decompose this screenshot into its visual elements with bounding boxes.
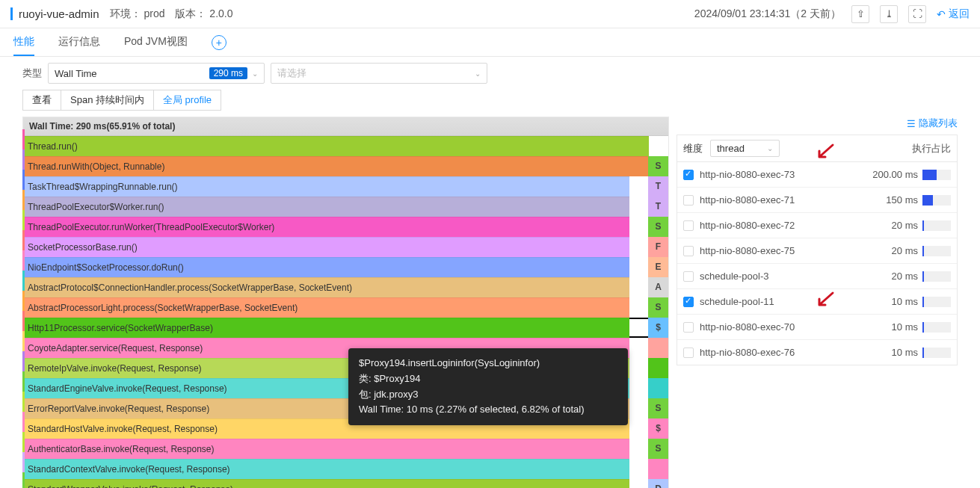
flame-row[interactable]: AuthenticatorBase.invoke(Request, Respon…	[23, 439, 668, 459]
download-icon[interactable]: ⤓	[880, 5, 898, 23]
thread-ms: 10 ms	[864, 347, 918, 358]
fullscreen-icon[interactable]: ⛶	[908, 5, 926, 23]
flame-row[interactable]: ThreadPoolExecutor$Worker.run()T	[23, 197, 668, 217]
flame-segment[interactable]: Thread.run()	[23, 136, 649, 156]
flame-row[interactable]: Http11Processor.service(SocketWrapperBas…	[23, 318, 668, 338]
list-icon: ☰	[907, 118, 916, 129]
type-select[interactable]: Wall Time 290 ms ⌄	[48, 63, 265, 84]
flame-tag: A	[648, 277, 668, 297]
flame-segment[interactable]: AbstractProcessorLight.process(SocketWra…	[23, 297, 629, 318]
thread-item[interactable]: http-nio-8080-exec-71150 ms	[677, 188, 957, 213]
checkbox[interactable]	[683, 246, 694, 256]
exec-bar	[922, 246, 951, 256]
flame-tag	[648, 338, 668, 358]
flame-row[interactable]: StandardWrapperValve.invoke(Request, Res…	[23, 479, 668, 488]
share-icon[interactable]: ⇧	[851, 5, 869, 23]
flame-tag: E	[648, 257, 668, 277]
thread-item[interactable]: http-nio-8080-exec-73200.00 ms	[677, 162, 957, 188]
flame-tag: S	[648, 156, 668, 176]
hide-columns-link[interactable]: ☰隐藏列表	[907, 117, 958, 130]
thread-name: http-nio-8080-exec-71	[700, 194, 864, 206]
flame-tag: T	[648, 176, 668, 197]
flame-segment[interactable]: NioEndpoint$SocketProcessor.doRun()	[23, 257, 629, 277]
flame-row[interactable]: Thread.runWith(Object, Runnable)S	[23, 156, 668, 176]
flame-tooltip: $Proxy194.insertLogininfor(SysLogininfor…	[348, 348, 628, 425]
flame-row[interactable]: NioEndpoint$SocketProcessor.doRun()E	[23, 257, 668, 277]
thread-ms: 200.00 ms	[864, 169, 918, 180]
flame-segment[interactable]: AbstractProtocol$ConnectionHandler.proce…	[23, 277, 629, 297]
exec-bar	[922, 220, 951, 231]
exec-bar	[922, 322, 951, 333]
flame-tag: S	[648, 398, 668, 418]
flame-row[interactable]: AbstractProtocol$ConnectionHandler.proce…	[23, 277, 668, 297]
thread-item[interactable]: http-nio-8080-exec-7520 ms	[677, 238, 957, 264]
flame-graph[interactable]: Wall Time: 290 ms(65.91% of total) Threa…	[22, 117, 669, 488]
thread-ms: 20 ms	[864, 245, 918, 256]
flame-segment[interactable]: Http11Processor.service(SocketWrapperBas…	[23, 318, 629, 338]
flame-segment[interactable]: TaskThread$WrappingRunnable.run()	[23, 176, 629, 197]
chevron-down-icon: ⌄	[252, 70, 258, 78]
flame-segment[interactable]: AuthenticatorBase.invoke(Request, Respon…	[23, 439, 629, 459]
tab-performance[interactable]: 性能	[13, 28, 34, 56]
thread-ms: 10 ms	[864, 296, 918, 307]
flame-segment[interactable]: ThreadPoolExecutor.runWorker(ThreadPoolE…	[23, 217, 629, 237]
exec-bar	[922, 271, 951, 282]
flame-segment[interactable]: ThreadPoolExecutor$Worker.run()	[23, 197, 629, 217]
flame-tag	[648, 378, 668, 398]
flame-row[interactable]: SocketProcessorBase.run()F	[23, 237, 668, 257]
view-button[interactable]: 查看	[22, 90, 61, 111]
thread-name: schedule-pool-3	[700, 271, 864, 282]
flame-row[interactable]: Thread.run()	[23, 136, 668, 156]
flame-segment[interactable]: StandardContextValve.invoke(Request, Res…	[23, 459, 629, 479]
arrow-annotation-icon	[815, 142, 836, 163]
back-link[interactable]: ↶返回	[937, 7, 970, 21]
flame-tag: S	[648, 297, 668, 318]
thread-item[interactable]: http-nio-8080-exec-7010 ms	[677, 315, 957, 340]
checkbox[interactable]	[683, 271, 694, 282]
checkbox[interactable]	[683, 220, 694, 231]
tab-pod-jvm[interactable]: Pod JVM视图	[124, 28, 188, 56]
checkbox[interactable]	[683, 170, 694, 180]
flame-row[interactable]: StandardContextValve.invoke(Request, Res…	[23, 459, 668, 479]
flame-segment[interactable]: StandardWrapperValve.invoke(Request, Res…	[23, 479, 629, 488]
add-tab-button[interactable]: +	[212, 35, 226, 50]
thread-item[interactable]: http-nio-8080-exec-7610 ms	[677, 340, 957, 365]
exec-bar	[922, 348, 951, 358]
thread-name: http-nio-8080-exec-75	[700, 245, 864, 256]
thread-name: schedule-pool-11	[700, 296, 864, 307]
chevron-down-icon: ⌄	[767, 144, 773, 152]
dimension-select[interactable]: thread ⌄	[710, 140, 780, 157]
flame-tag	[648, 358, 668, 378]
type-label: 类型	[22, 67, 42, 80]
thread-item[interactable]: http-nio-8080-exec-7220 ms	[677, 213, 957, 238]
flame-tag: $	[648, 418, 668, 439]
flame-row[interactable]: ThreadPoolExecutor.runWorker(ThreadPoolE…	[23, 217, 668, 237]
span-button[interactable]: Span 持续时间内	[61, 90, 154, 111]
thread-item[interactable]: schedule-pool-320 ms	[677, 264, 957, 289]
exec-bar	[922, 297, 951, 307]
global-profile-button[interactable]: 全局 profile	[154, 90, 221, 111]
arrow-annotation-icon	[815, 290, 836, 311]
thread-name: http-nio-8080-exec-70	[700, 321, 864, 333]
flame-header: Wall Time: 290 ms(65.91% of total)	[23, 117, 668, 136]
thread-list: http-nio-8080-exec-73200.00 mshttp-nio-8…	[677, 161, 958, 365]
checkbox[interactable]	[683, 297, 694, 307]
tab-runtime-info[interactable]: 运行信息	[58, 28, 100, 56]
checkbox[interactable]	[683, 322, 694, 333]
checkbox[interactable]	[683, 195, 694, 206]
flame-row[interactable]: AbstractProcessorLight.process(SocketWra…	[23, 297, 668, 318]
filter-select[interactable]: 请选择 ⌄	[271, 63, 487, 84]
thread-name: http-nio-8080-exec-76	[700, 347, 864, 358]
flame-segment[interactable]: Thread.runWith(Object, Runnable)	[23, 156, 649, 176]
exec-bar	[922, 170, 951, 180]
flame-segment[interactable]: SocketProcessorBase.run()	[23, 237, 629, 257]
flame-row[interactable]: TaskThread$WrappingRunnable.run()T	[23, 176, 668, 197]
flame-tag: F	[648, 237, 668, 257]
thread-ms: 20 ms	[864, 220, 918, 231]
flame-tag	[648, 459, 668, 479]
thread-name: http-nio-8080-exec-72	[700, 220, 864, 231]
flame-tag: $	[648, 318, 668, 338]
checkbox[interactable]	[683, 348, 694, 358]
flame-tag: S	[648, 439, 668, 459]
flame-tag: T	[648, 197, 668, 217]
